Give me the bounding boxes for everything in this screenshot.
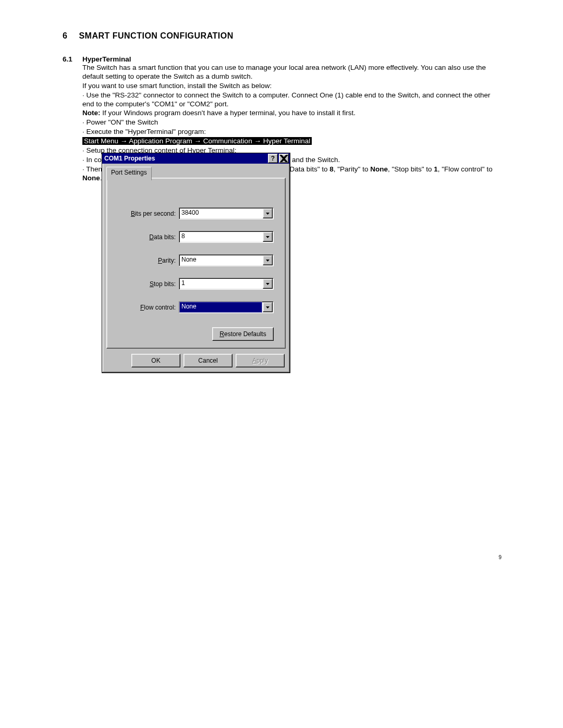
dialog-title: COM1 Properties: [104, 155, 155, 162]
help-button[interactable]: ?: [268, 154, 278, 163]
note-lead: Note:: [82, 109, 101, 117]
label-flow-control: Flow control:: [118, 304, 179, 311]
label-data-bits: Data bits:: [118, 233, 179, 241]
stop-bits-select[interactable]: 1: [179, 278, 274, 290]
bullet-rs232: · Use the "RS-232" connector to connect …: [82, 91, 503, 109]
titlebar[interactable]: COM1 Properties ?: [102, 153, 290, 164]
flow-control-select[interactable]: None: [179, 301, 274, 313]
para-intro-2: If you want to use smart function, insta…: [82, 82, 503, 91]
label-stop-bits: Stop bits:: [118, 280, 179, 288]
chevron-down-icon[interactable]: [263, 208, 273, 218]
flow-control-value: None: [179, 302, 262, 313]
tab-port-settings[interactable]: Port Settings: [106, 167, 152, 180]
para-intro-1: The Switch has a smart function that you…: [82, 64, 503, 81]
note-rest: If your Windows program doesn't have a h…: [101, 109, 356, 117]
subsection-title: HyperTerminal: [82, 55, 131, 63]
bits-per-second-select[interactable]: 38400: [179, 207, 274, 219]
chevron-down-icon[interactable]: [263, 255, 273, 265]
data-bits-value: 8: [179, 231, 262, 242]
ok-button[interactable]: OK: [131, 354, 180, 367]
restore-defaults-button[interactable]: Restore Defaults: [212, 327, 274, 341]
section-number: 6: [63, 31, 67, 41]
note-line: Note: If your Windows program doesn't ha…: [82, 109, 503, 118]
chevron-down-icon[interactable]: [263, 232, 273, 242]
com1-properties-dialog: COM1 Properties ? Port Settings Bits per…: [102, 153, 290, 373]
parity-select[interactable]: None: [179, 254, 274, 266]
chevron-down-icon[interactable]: [263, 302, 273, 312]
bits-per-second-value: 38400: [179, 208, 262, 219]
label-parity: Parity:: [118, 257, 179, 264]
page-number: 9: [498, 554, 501, 560]
stop-bits-value: 1: [179, 278, 262, 289]
menu-path: Start Menu → Application Program → Commu…: [82, 137, 503, 146]
label-bits-per-second: Bits per second:: [118, 210, 179, 217]
subsection-number: 6.1: [63, 55, 73, 63]
close-button[interactable]: [279, 154, 289, 163]
parity-value: None: [179, 255, 262, 266]
chevron-down-icon[interactable]: [263, 279, 273, 289]
apply-button: Apply: [236, 354, 285, 367]
data-bits-select[interactable]: 8: [179, 231, 274, 243]
bullet-power: · Power "ON" the Switch: [82, 118, 503, 127]
bullet-execute: · Execute the "HyperTerminal" program:: [82, 128, 503, 137]
section-title: SMART FUNCTION CONFIGURATION: [79, 31, 233, 41]
cancel-button[interactable]: Cancel: [183, 354, 232, 367]
